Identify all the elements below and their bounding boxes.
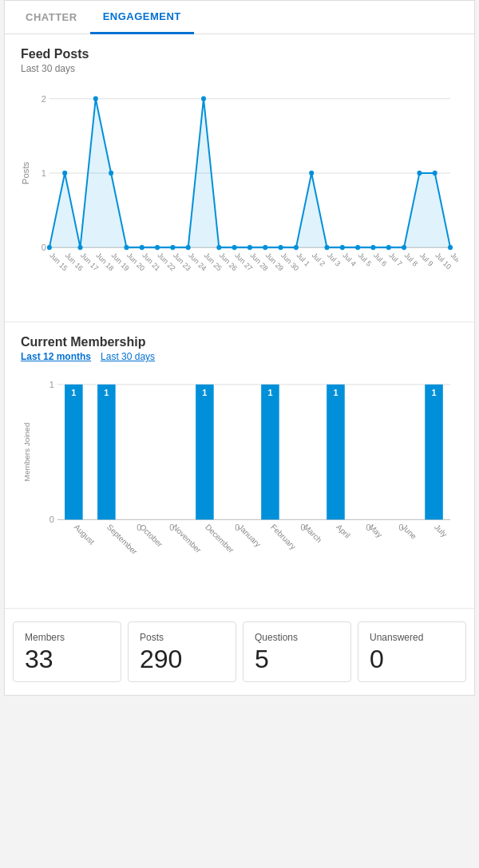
feed-posts-subtitle: Last 30 days [21,63,458,74]
svg-text:Jul 11: Jul 11 [449,251,458,271]
svg-text:July: July [433,523,449,539]
svg-rect-83 [327,385,345,519]
svg-text:December: December [204,523,236,555]
svg-text:Jul 5: Jul 5 [357,251,373,268]
svg-text:1: 1 [333,388,338,397]
svg-point-10 [78,245,83,250]
svg-text:October: October [138,523,164,549]
svg-point-34 [448,245,453,250]
stat-questions-label: Questions [255,632,339,643]
svg-text:1: 1 [104,388,109,397]
svg-point-21 [247,245,252,250]
svg-text:0: 0 [42,243,46,252]
svg-text:1: 1 [431,388,436,397]
svg-rect-67 [65,385,83,519]
svg-point-29 [370,245,375,250]
svg-text:Jul 3: Jul 3 [326,251,342,268]
svg-text:Jul 6: Jul 6 [372,251,388,268]
feed-posts-chart: 012PostsJun 15Jun 16Jun 17Jun 18Jun 19Ju… [21,82,458,314]
svg-rect-75 [196,385,214,519]
membership-chart: 01Members Joined110010101001AugustSeptem… [21,369,458,600]
svg-point-22 [263,245,267,250]
svg-point-13 [124,245,129,250]
stat-unanswered-value: 0 [370,646,454,672]
svg-text:Jul 7: Jul 7 [387,251,403,268]
tab-engagement[interactable]: ENGAGEMENT [90,1,194,34]
stat-questions-value: 5 [255,646,339,672]
svg-text:Members Joined: Members Joined [22,423,31,482]
main-container: CHATTER ENGAGEMENT Feed Posts Last 30 da… [4,0,475,696]
svg-point-28 [355,245,360,250]
stat-members-label: Members [25,632,109,643]
svg-text:September: September [105,523,140,557]
svg-text:1: 1 [202,388,207,397]
svg-point-18 [201,97,206,101]
svg-point-25 [309,171,314,176]
svg-text:Posts: Posts [21,161,30,184]
svg-text:1: 1 [267,388,272,397]
membership-links: Last 12 months Last 30 days [21,351,458,362]
svg-text:January: January [236,523,263,549]
svg-point-9 [62,171,67,176]
stat-posts-value: 290 [140,646,224,672]
svg-text:0: 0 [49,515,54,524]
feed-posts-title: Feed Posts [21,47,458,61]
svg-text:1: 1 [49,380,54,389]
stat-members-value: 33 [25,646,109,672]
svg-rect-79 [261,385,279,519]
svg-point-32 [417,171,422,176]
svg-text:Jul 9: Jul 9 [418,251,434,268]
svg-point-11 [93,97,98,101]
svg-text:Jul 10: Jul 10 [433,251,453,271]
svg-text:August: August [73,523,97,546]
stat-members: Members 33 [13,621,121,682]
stats-row: Members 33 Posts 290 Questions 5 Unanswe… [5,609,474,695]
svg-text:1: 1 [42,168,46,178]
svg-text:November: November [171,523,204,555]
feed-posts-section: Feed Posts Last 30 days 012PostsJun 15Ju… [5,34,474,322]
stat-posts: Posts 290 [128,621,236,682]
svg-point-8 [47,245,52,250]
svg-point-23 [279,245,283,250]
svg-text:2: 2 [42,94,46,104]
svg-point-24 [294,245,299,250]
tab-chatter[interactable]: CHATTER [13,2,90,33]
svg-point-12 [109,171,113,176]
svg-point-27 [340,245,345,250]
svg-text:February: February [269,523,298,551]
stat-questions: Questions 5 [243,621,351,682]
stat-posts-label: Posts [140,632,224,643]
svg-point-16 [170,245,175,250]
svg-rect-89 [425,385,443,519]
svg-text:1: 1 [71,388,76,397]
svg-point-30 [386,245,391,250]
svg-text:March: March [302,523,323,544]
svg-point-17 [186,245,191,250]
svg-text:Jul 4: Jul 4 [341,251,357,268]
svg-point-20 [232,245,237,250]
svg-point-26 [325,245,330,250]
svg-rect-69 [97,385,116,519]
svg-point-19 [216,245,221,250]
stat-unanswered: Unanswered 0 [358,621,466,682]
svg-text:Jul 8: Jul 8 [403,251,419,268]
svg-point-31 [402,245,406,250]
link-30days[interactable]: Last 30 days [101,351,155,362]
tab-bar: CHATTER ENGAGEMENT [5,1,474,34]
svg-point-33 [433,171,437,176]
svg-text:April: April [335,523,352,540]
svg-text:Jul 2: Jul 2 [311,251,327,268]
membership-title: Current Membership [21,335,458,349]
stat-unanswered-label: Unanswered [370,632,454,643]
svg-point-14 [140,245,144,250]
membership-section: Current Membership Last 12 months Last 3… [5,322,474,609]
link-12months[interactable]: Last 12 months [21,351,91,362]
svg-point-15 [155,245,160,250]
